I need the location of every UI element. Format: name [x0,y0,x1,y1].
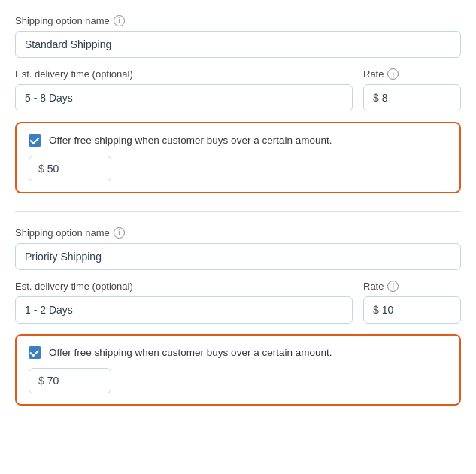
info-icon-name-2[interactable]: i [114,227,125,239]
rate-input-1[interactable] [382,92,427,104]
delivery-input-2[interactable] [15,296,353,324]
free-amount-wrapper-2: $ [29,368,111,393]
rate-input-wrapper-2: $ [363,296,461,324]
free-shipping-header-2: Offer free shipping when customer buys o… [29,346,447,359]
free-amount-input-2[interactable] [47,375,92,387]
section-divider [15,211,461,212]
label-shipping-name-2: Shipping option name i [15,227,461,239]
delivery-input-1[interactable] [15,84,353,111]
free-shipping-box-1: Offer free shipping when customer buys o… [15,122,461,193]
label-delivery-2: Est. delivery time (optional) [15,281,353,292]
label-rate-2: Rate i [363,281,461,292]
shipping-section-1: Shipping option name i Est. delivery tim… [15,15,461,193]
delivery-field-2: Est. delivery time (optional) [15,281,353,324]
rate-input-2[interactable] [382,304,427,316]
info-icon-name-1[interactable]: i [114,15,125,26]
free-shipping-checkbox-1[interactable] [29,134,41,147]
free-amount-input-1[interactable] [47,163,92,175]
free-shipping-label-1: Offer free shipping when customer buys o… [49,135,332,146]
shipping-name-input-2[interactable] [15,243,461,270]
label-shipping-name-1: Shipping option name i [15,15,461,26]
free-shipping-label-2: Offer free shipping when customer buys o… [49,347,332,358]
free-shipping-box-2: Offer free shipping when customer buys o… [15,334,461,406]
free-shipping-header-1: Offer free shipping when customer buys o… [29,134,447,147]
rate-field-1: Rate i $ [363,68,461,111]
info-icon-rate-2[interactable]: i [387,281,399,292]
rate-field-2: Rate i $ [363,281,461,324]
info-icon-rate-1[interactable]: i [387,68,399,80]
shipping-name-input-1[interactable] [15,31,461,58]
shipping-section-2: Shipping option name i Est. delivery tim… [15,227,461,406]
label-delivery-1: Est. delivery time (optional) [15,68,353,80]
delivery-field-1: Est. delivery time (optional) [15,68,353,111]
free-shipping-checkbox-2[interactable] [29,346,41,359]
label-rate-1: Rate i [363,68,461,80]
free-amount-wrapper-1: $ [29,156,111,181]
rate-input-wrapper-1: $ [363,84,461,111]
